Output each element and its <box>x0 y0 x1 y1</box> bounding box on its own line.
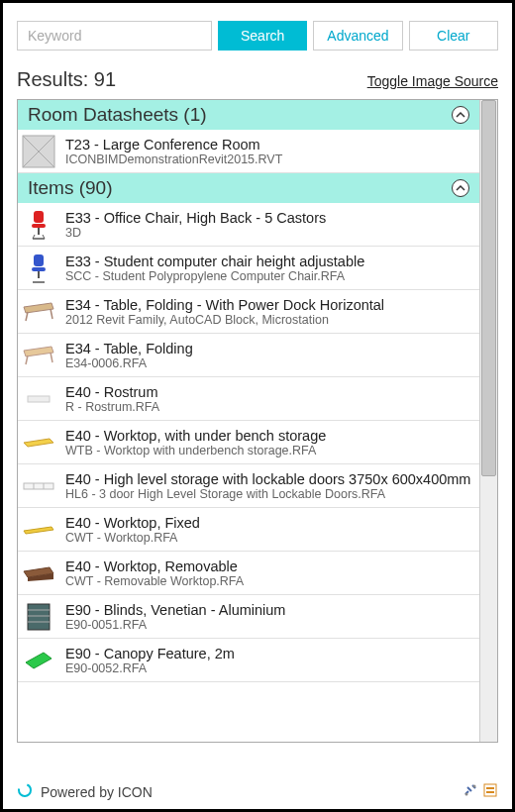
svg-marker-20 <box>24 439 53 447</box>
group-header-room-datasheets[interactable]: Room Datasheets (1) <box>18 100 479 130</box>
blinds-icon <box>22 600 55 634</box>
list-item[interactable]: E40 - Worktop, Removable CWT - Removable… <box>18 552 479 595</box>
item-title: E40 - Worktop, Fixed <box>65 515 473 531</box>
scroll-thumb[interactable] <box>481 100 496 476</box>
results-list: Room Datasheets (1) T23 - Large Conferen… <box>18 100 479 742</box>
clear-button[interactable]: Clear <box>409 21 498 51</box>
group-header-items[interactable]: Items (90) <box>18 173 479 203</box>
powered-by-label: Powered by ICON <box>41 784 153 800</box>
item-subtitle: HL6 - 3 door High Level Storage with Loc… <box>65 487 473 501</box>
list-item[interactable]: E34 - Table, Folding E34-0006.RFA <box>18 334 479 377</box>
item-title: T23 - Large Conference Room <box>65 137 473 152</box>
item-subtitle: WTB - Worktop with underbench storage.RF… <box>65 444 473 457</box>
item-title: E90 - Canopy Feature, 2m <box>65 646 473 661</box>
item-title: E40 - Worktop, with under bench storage <box>65 428 473 444</box>
item-subtitle: 3D <box>65 226 473 240</box>
list-item[interactable]: E40 - High level storage with lockable d… <box>18 464 479 508</box>
chair-icon <box>22 208 55 242</box>
list-item[interactable]: E34 - Table, Folding - With Power Dock H… <box>18 290 479 334</box>
results-count: Results: 91 <box>17 68 116 91</box>
results-header: Results: 91 Toggle Image Source <box>17 68 498 91</box>
svg-rect-9 <box>34 254 44 266</box>
worktop-icon <box>22 557 55 590</box>
footer: Powered by ICON <box>17 782 498 801</box>
item-title: E40 - High level storage with lockable d… <box>65 471 473 487</box>
svg-marker-13 <box>24 303 53 313</box>
list-item[interactable]: E40 - Rostrum R - Rostrum.RFA <box>18 377 479 421</box>
report-icon[interactable] <box>482 782 498 801</box>
item-subtitle: E90-0051.RFA <box>65 618 473 632</box>
svg-point-33 <box>465 793 468 796</box>
storage-icon <box>22 469 55 503</box>
group-header-label: Room Datasheets (1) <box>28 104 207 126</box>
list-item[interactable]: E33 - Office Chair, High Back - 5 Castor… <box>18 203 479 247</box>
toggle-image-source-link[interactable]: Toggle Image Source <box>367 73 498 89</box>
item-subtitle: E34-0006.RFA <box>65 356 473 370</box>
item-title: E40 - Rostrum <box>65 384 473 400</box>
worktop-icon <box>22 426 55 459</box>
svg-rect-36 <box>486 787 494 789</box>
list-item[interactable]: E40 - Worktop, Fixed CWT - Worktop.RFA <box>18 508 479 552</box>
icon-logo-icon <box>17 782 33 801</box>
item-subtitle: 2012 Revit Family, AutoCAD Block, Micros… <box>65 313 473 327</box>
svg-marker-16 <box>24 347 53 356</box>
svg-line-18 <box>51 353 52 362</box>
item-subtitle: E90-0052.RFA <box>65 661 473 675</box>
list-item[interactable]: E90 - Blinds, Venetian - Aluminium E90-0… <box>18 595 479 639</box>
item-title: E90 - Blinds, Venetian - Aluminium <box>65 602 473 618</box>
group-header-label: Items (90) <box>28 177 113 199</box>
table-icon <box>22 339 55 372</box>
svg-marker-24 <box>24 527 53 534</box>
item-subtitle: SCC - Student Polypropylene Computer Cha… <box>65 269 473 283</box>
svg-rect-37 <box>486 791 494 793</box>
list-item[interactable]: E40 - Worktop, with under bench storage … <box>18 421 479 464</box>
svg-point-32 <box>19 784 31 796</box>
svg-rect-21 <box>24 483 53 489</box>
keyword-input[interactable] <box>17 21 212 51</box>
svg-rect-4 <box>32 224 46 228</box>
item-title: E34 - Table, Folding <box>65 341 473 356</box>
scrollbar[interactable] <box>479 100 497 742</box>
svg-rect-35 <box>484 784 496 796</box>
results-panel: Room Datasheets (1) T23 - Large Conferen… <box>17 99 498 743</box>
item-subtitle: R - Rostrum.RFA <box>65 400 473 414</box>
worktop-icon <box>22 513 55 547</box>
item-title: E33 - Office Chair, High Back - 5 Castor… <box>65 210 473 226</box>
canopy-icon <box>22 644 55 677</box>
list-item[interactable]: E33 - Student computer chair height adju… <box>18 247 479 290</box>
settings-icon[interactable] <box>463 782 478 801</box>
svg-rect-10 <box>32 267 46 271</box>
list-item[interactable]: T23 - Large Conference Room ICONBIMDemon… <box>18 130 479 173</box>
search-bar: Search Advanced Clear <box>17 21 498 51</box>
svg-marker-31 <box>26 653 52 668</box>
svg-rect-19 <box>28 396 50 402</box>
item-title: E33 - Student computer chair height adju… <box>65 254 473 269</box>
item-subtitle: CWT - Removable Worktop.RFA <box>65 574 473 588</box>
search-button[interactable]: Search <box>218 21 307 51</box>
list-item[interactable]: E90 - Canopy Feature, 2m E90-0052.RFA <box>18 639 479 682</box>
placeholder-icon <box>22 135 55 168</box>
chair-icon <box>22 252 55 285</box>
svg-rect-3 <box>34 211 44 223</box>
item-subtitle: ICONBIMDemonstrationRevit2015.RVT <box>65 152 473 166</box>
rostrum-icon <box>22 382 55 416</box>
collapse-icon[interactable] <box>452 106 469 124</box>
svg-line-15 <box>51 309 52 319</box>
advanced-button[interactable]: Advanced <box>313 21 402 51</box>
svg-point-34 <box>473 785 476 788</box>
item-title: E34 - Table, Folding - With Power Dock H… <box>65 297 473 313</box>
collapse-icon[interactable] <box>452 179 469 197</box>
table-icon <box>22 295 55 329</box>
item-title: E40 - Worktop, Removable <box>65 558 473 574</box>
svg-rect-27 <box>28 604 50 630</box>
item-subtitle: CWT - Worktop.RFA <box>65 531 473 545</box>
